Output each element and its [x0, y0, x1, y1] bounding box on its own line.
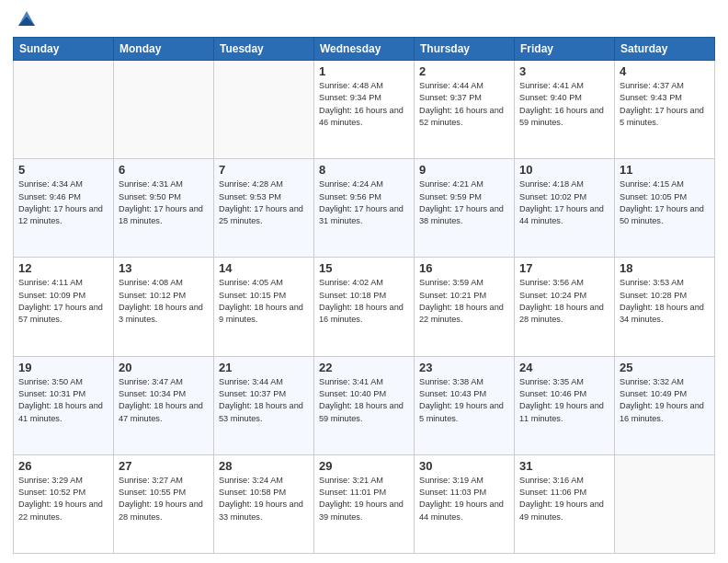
- day-info: Sunrise: 3:53 AM Sunset: 10:28 PM Daylig…: [620, 277, 710, 326]
- day-number: 6: [119, 163, 209, 177]
- day-number: 4: [620, 64, 710, 78]
- calendar-cell: 28Sunrise: 3:24 AM Sunset: 10:58 PM Dayl…: [214, 454, 314, 553]
- calendar-cell: 30Sunrise: 3:19 AM Sunset: 11:03 PM Dayl…: [415, 454, 515, 553]
- day-number: 9: [419, 163, 509, 177]
- day-number: 28: [219, 459, 309, 473]
- day-info: Sunrise: 4:02 AM Sunset: 10:18 PM Daylig…: [319, 277, 409, 326]
- calendar-cell: 6Sunrise: 4:31 AM Sunset: 9:50 PM Daylig…: [114, 159, 214, 258]
- calendar-cell: [114, 61, 214, 159]
- day-number: 26: [18, 459, 108, 473]
- day-info: Sunrise: 4:44 AM Sunset: 9:37 PM Dayligh…: [419, 80, 509, 129]
- calendar-cell: 9Sunrise: 4:21 AM Sunset: 9:59 PM Daylig…: [415, 159, 515, 258]
- calendar-day-header: Tuesday: [214, 38, 314, 61]
- calendar-cell: 7Sunrise: 4:28 AM Sunset: 9:53 PM Daylig…: [214, 159, 314, 258]
- calendar-cell: 16Sunrise: 3:59 AM Sunset: 10:21 PM Dayl…: [415, 258, 515, 356]
- day-info: Sunrise: 4:08 AM Sunset: 10:12 PM Daylig…: [119, 277, 209, 326]
- day-info: Sunrise: 4:28 AM Sunset: 9:53 PM Dayligh…: [219, 178, 309, 227]
- day-info: Sunrise: 3:38 AM Sunset: 10:43 PM Daylig…: [419, 376, 509, 425]
- calendar-week-row: 5Sunrise: 4:34 AM Sunset: 9:46 PM Daylig…: [14, 159, 715, 258]
- day-info: Sunrise: 3:47 AM Sunset: 10:34 PM Daylig…: [119, 376, 209, 425]
- calendar-day-header: Friday: [515, 38, 615, 61]
- calendar-cell: 15Sunrise: 4:02 AM Sunset: 10:18 PM Dayl…: [314, 258, 415, 356]
- day-number: 22: [319, 361, 409, 374]
- calendar-cell: 14Sunrise: 4:05 AM Sunset: 10:15 PM Dayl…: [214, 258, 314, 356]
- day-number: 30: [419, 459, 509, 473]
- day-info: Sunrise: 3:56 AM Sunset: 10:24 PM Daylig…: [519, 277, 609, 326]
- day-number: 16: [419, 261, 509, 275]
- day-number: 25: [620, 361, 710, 374]
- day-info: Sunrise: 3:32 AM Sunset: 10:49 PM Daylig…: [620, 376, 710, 425]
- day-info: Sunrise: 3:24 AM Sunset: 10:58 PM Daylig…: [219, 475, 309, 523]
- day-info: Sunrise: 3:35 AM Sunset: 10:46 PM Daylig…: [519, 376, 609, 425]
- day-number: 11: [620, 163, 710, 177]
- day-info: Sunrise: 4:31 AM Sunset: 9:50 PM Dayligh…: [119, 178, 209, 227]
- page: SundayMondayTuesdayWednesdayThursdayFrid…: [0, 0, 728, 563]
- day-info: Sunrise: 4:11 AM Sunset: 10:09 PM Daylig…: [18, 277, 108, 326]
- calendar-cell: 3Sunrise: 4:41 AM Sunset: 9:40 PM Daylig…: [515, 61, 615, 159]
- day-number: 3: [519, 64, 609, 78]
- calendar-cell: 1Sunrise: 4:48 AM Sunset: 9:34 PM Daylig…: [314, 61, 415, 159]
- calendar-day-header: Thursday: [415, 38, 515, 61]
- calendar-header-row: SundayMondayTuesdayWednesdayThursdayFrid…: [14, 38, 715, 61]
- calendar-week-row: 12Sunrise: 4:11 AM Sunset: 10:09 PM Dayl…: [14, 258, 715, 356]
- calendar-cell: 19Sunrise: 3:50 AM Sunset: 10:31 PM Dayl…: [14, 356, 114, 454]
- day-info: Sunrise: 3:59 AM Sunset: 10:21 PM Daylig…: [419, 277, 509, 326]
- calendar-cell: 5Sunrise: 4:34 AM Sunset: 9:46 PM Daylig…: [14, 159, 114, 258]
- logo-icon: [17, 9, 37, 29]
- day-number: 19: [18, 361, 108, 374]
- day-number: 18: [620, 261, 710, 275]
- day-number: 15: [319, 261, 409, 275]
- calendar-day-header: Sunday: [14, 38, 114, 61]
- day-info: Sunrise: 4:18 AM Sunset: 10:02 PM Daylig…: [519, 178, 609, 227]
- calendar-cell: 17Sunrise: 3:56 AM Sunset: 10:24 PM Dayl…: [515, 258, 615, 356]
- calendar-cell: 12Sunrise: 4:11 AM Sunset: 10:09 PM Dayl…: [14, 258, 114, 356]
- calendar-day-header: Wednesday: [314, 38, 415, 61]
- day-number: 14: [219, 261, 309, 275]
- calendar-cell: 29Sunrise: 3:21 AM Sunset: 11:01 PM Dayl…: [314, 454, 415, 553]
- calendar-cell: 10Sunrise: 4:18 AM Sunset: 10:02 PM Dayl…: [515, 159, 615, 258]
- day-number: 17: [519, 261, 609, 275]
- calendar-cell: 20Sunrise: 3:47 AM Sunset: 10:34 PM Dayl…: [114, 356, 214, 454]
- day-info: Sunrise: 3:41 AM Sunset: 10:40 PM Daylig…: [319, 376, 409, 425]
- day-info: Sunrise: 4:24 AM Sunset: 9:56 PM Dayligh…: [319, 178, 409, 227]
- day-number: 10: [519, 163, 609, 177]
- day-info: Sunrise: 4:21 AM Sunset: 9:59 PM Dayligh…: [419, 178, 509, 227]
- calendar-table: SundayMondayTuesdayWednesdayThursdayFrid…: [13, 37, 715, 554]
- day-number: 8: [319, 163, 409, 177]
- calendar-cell: 23Sunrise: 3:38 AM Sunset: 10:43 PM Dayl…: [415, 356, 515, 454]
- calendar-cell: 4Sunrise: 4:37 AM Sunset: 9:43 PM Daylig…: [615, 61, 715, 159]
- calendar-cell: 27Sunrise: 3:27 AM Sunset: 10:55 PM Dayl…: [114, 454, 214, 553]
- day-number: 12: [18, 261, 108, 275]
- svg-marker-1: [18, 17, 35, 26]
- day-number: 29: [319, 459, 409, 473]
- day-info: Sunrise: 4:48 AM Sunset: 9:34 PM Dayligh…: [319, 80, 409, 129]
- calendar-cell: 21Sunrise: 3:44 AM Sunset: 10:37 PM Dayl…: [214, 356, 314, 454]
- day-info: Sunrise: 3:21 AM Sunset: 11:01 PM Daylig…: [319, 475, 409, 523]
- calendar-week-row: 26Sunrise: 3:29 AM Sunset: 10:52 PM Dayl…: [14, 454, 715, 553]
- day-number: 27: [119, 459, 209, 473]
- day-info: Sunrise: 4:41 AM Sunset: 9:40 PM Dayligh…: [519, 80, 609, 129]
- calendar-cell: 2Sunrise: 4:44 AM Sunset: 9:37 PM Daylig…: [415, 61, 515, 159]
- day-number: 31: [519, 459, 609, 473]
- calendar-cell: 11Sunrise: 4:15 AM Sunset: 10:05 PM Dayl…: [615, 159, 715, 258]
- day-info: Sunrise: 3:44 AM Sunset: 10:37 PM Daylig…: [219, 376, 309, 425]
- logo: [13, 9, 37, 29]
- calendar-cell: 25Sunrise: 3:32 AM Sunset: 10:49 PM Dayl…: [615, 356, 715, 454]
- day-info: Sunrise: 4:05 AM Sunset: 10:15 PM Daylig…: [219, 277, 309, 326]
- day-number: 7: [219, 163, 309, 177]
- calendar-cell: [615, 454, 715, 553]
- day-number: 13: [119, 261, 209, 275]
- calendar-cell: 26Sunrise: 3:29 AM Sunset: 10:52 PM Dayl…: [14, 454, 114, 553]
- day-number: 5: [18, 163, 108, 177]
- day-info: Sunrise: 3:29 AM Sunset: 10:52 PM Daylig…: [18, 475, 108, 523]
- day-info: Sunrise: 4:37 AM Sunset: 9:43 PM Dayligh…: [620, 80, 710, 129]
- calendar-week-row: 19Sunrise: 3:50 AM Sunset: 10:31 PM Dayl…: [14, 356, 715, 454]
- day-number: 20: [119, 361, 209, 374]
- day-number: 1: [319, 64, 409, 78]
- calendar-cell: 22Sunrise: 3:41 AM Sunset: 10:40 PM Dayl…: [314, 356, 415, 454]
- calendar-cell: [14, 61, 114, 159]
- calendar-cell: [214, 61, 314, 159]
- header: [13, 9, 715, 29]
- day-number: 2: [419, 64, 509, 78]
- day-info: Sunrise: 4:15 AM Sunset: 10:05 PM Daylig…: [620, 178, 710, 227]
